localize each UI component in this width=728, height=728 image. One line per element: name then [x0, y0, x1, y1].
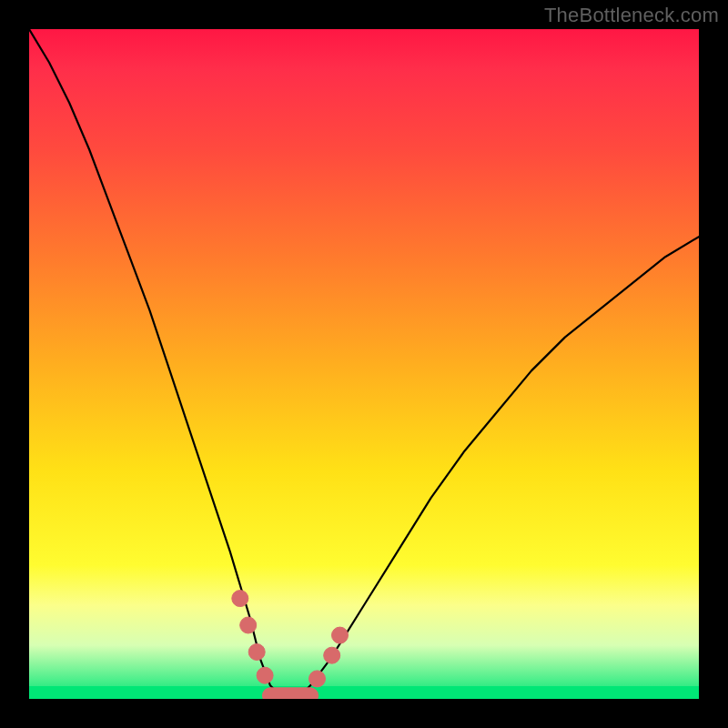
plot-area [29, 29, 699, 699]
highlight-marker [324, 647, 340, 663]
bottleneck-curve [29, 29, 699, 699]
highlight-marker [232, 591, 248, 607]
highlight-marker [240, 617, 257, 633]
curve-layer [29, 29, 699, 699]
chart-frame: TheBottleneck.com [0, 0, 728, 728]
highlight-marker [332, 627, 349, 643]
watermark-text: TheBottleneck.com [544, 4, 719, 27]
highlight-marker [257, 667, 273, 683]
highlight-marker [309, 671, 326, 687]
highlight-marker [248, 644, 265, 661]
highlight-markers [232, 591, 349, 687]
